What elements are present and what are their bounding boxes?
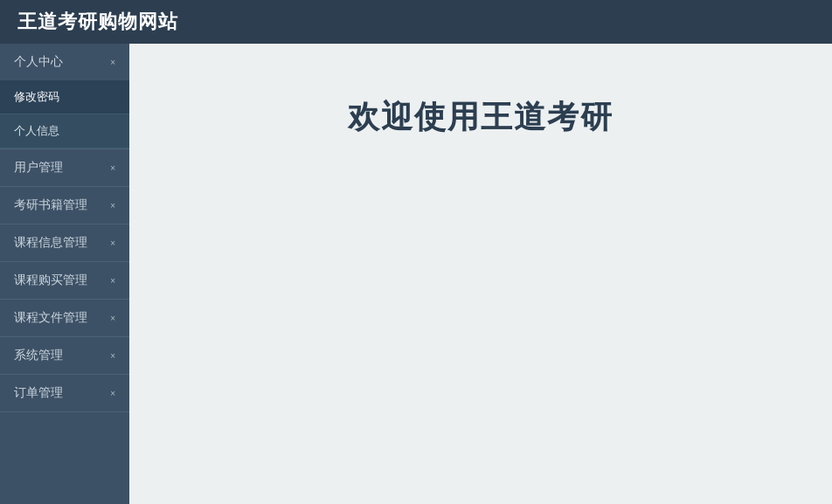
sidebar-group-label-personal-center: 个人中心 bbox=[14, 54, 63, 70]
sidebar-group-personal-center: 个人中心 × 修改密码 个人信息 bbox=[0, 44, 129, 149]
sidebar-group-label-course-file-management: 课程文件管理 bbox=[14, 310, 87, 326]
sidebar-group-book-management: 考研书籍管理 × bbox=[0, 187, 129, 224]
sidebar-group-header-course-info-management[interactable]: 课程信息管理 × bbox=[0, 224, 129, 261]
sidebar-group-header-user-management[interactable]: 用户管理 × bbox=[0, 149, 129, 186]
expand-arrow-course-file-management: × bbox=[110, 314, 115, 323]
expand-arrow-course-info-management: × bbox=[110, 238, 115, 248]
sidebar-group-label-user-management: 用户管理 bbox=[14, 160, 63, 176]
welcome-message: 欢迎使用王道考研 bbox=[348, 96, 614, 139]
sidebar-group-header-book-management[interactable]: 考研书籍管理 × bbox=[0, 187, 129, 224]
sidebar-group-label-system-management: 系统管理 bbox=[14, 348, 63, 363]
sidebar-group-header-course-purchase-management[interactable]: 课程购买管理 × bbox=[0, 262, 129, 299]
sidebar-group-label-course-info-management: 课程信息管理 bbox=[14, 235, 87, 251]
app-title: 王道考研购物网站 bbox=[17, 9, 178, 35]
expand-arrow-book-management: × bbox=[110, 201, 115, 211]
sidebar-group-label-book-management: 考研书籍管理 bbox=[14, 197, 87, 213]
expand-arrow-user-management: × bbox=[110, 163, 115, 173]
sidebar-group-order-management: 订单管理 × bbox=[0, 375, 129, 412]
sidebar-group-user-management: 用户管理 × bbox=[0, 149, 129, 187]
sidebar-group-header-personal-center[interactable]: 个人中心 × bbox=[0, 44, 129, 80]
sidebar-group-label-course-purchase-management: 课程购买管理 bbox=[14, 273, 87, 288]
main-layout: 个人中心 × 修改密码 个人信息 用户管理 × 考研书籍管理 × bbox=[0, 44, 832, 504]
sidebar-item-personal-info[interactable]: 个人信息 bbox=[0, 114, 129, 148]
sidebar-item-change-password[interactable]: 修改密码 bbox=[0, 80, 129, 114]
sidebar-group-header-order-management[interactable]: 订单管理 × bbox=[0, 375, 129, 411]
sidebar-group-course-file-management: 课程文件管理 × bbox=[0, 300, 129, 337]
sidebar-group-header-system-management[interactable]: 系统管理 × bbox=[0, 337, 129, 374]
expand-arrow-order-management: × bbox=[110, 389, 115, 398]
expand-arrow-system-management: × bbox=[110, 351, 115, 361]
sidebar-group-course-info-management: 课程信息管理 × bbox=[0, 224, 129, 262]
sidebar-group-header-course-file-management[interactable]: 课程文件管理 × bbox=[0, 300, 129, 336]
expand-arrow-course-purchase-management: × bbox=[110, 276, 115, 286]
sidebar-group-system-management: 系统管理 × bbox=[0, 337, 129, 375]
sidebar: 个人中心 × 修改密码 个人信息 用户管理 × 考研书籍管理 × bbox=[0, 44, 129, 504]
sidebar-group-label-order-management: 订单管理 bbox=[14, 385, 63, 401]
sidebar-group-course-purchase-management: 课程购买管理 × bbox=[0, 262, 129, 300]
expand-arrow-personal-center: × bbox=[110, 58, 115, 67]
main-content: 欢迎使用王道考研 bbox=[129, 44, 832, 504]
app-header: 王道考研购物网站 bbox=[0, 0, 832, 44]
